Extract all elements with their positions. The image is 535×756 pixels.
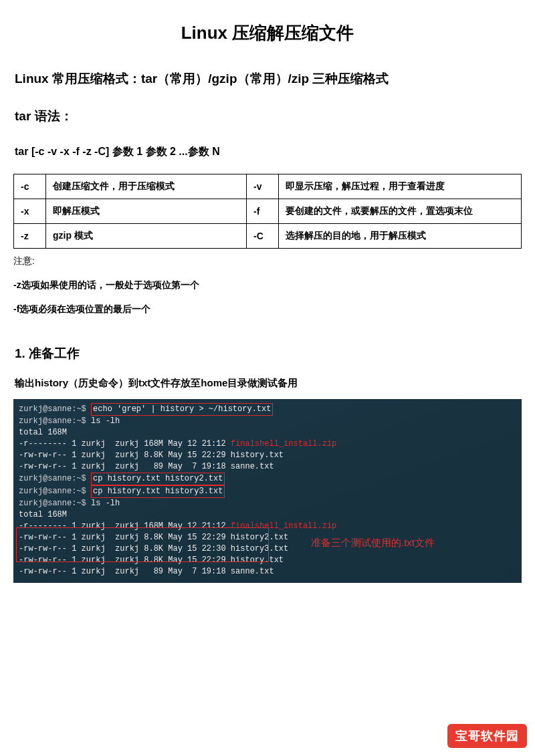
terminal-line: zurkj@sanne:~$ ls -lh [19, 416, 516, 427]
table-row: -c 创建压缩文件，用于压缩模式 -v 即显示压缩，解压过程，用于查看进度 [14, 174, 522, 199]
terminal-line: zurkj@sanne:~$ cp history.txt history3.t… [19, 485, 516, 498]
params-table: -c 创建压缩文件，用于压缩模式 -v 即显示压缩，解压过程，用于查看进度 -x… [13, 174, 522, 249]
step1-heading: 1. 准备工作 [15, 345, 535, 362]
terminal-line: -rw-rw-r-- 1 zurkj zurkj 89 May 7 19:18 … [19, 566, 516, 578]
desc-cell: 即解压模式 [46, 199, 247, 224]
desc-cell: 即显示压缩，解压过程，用于查看进度 [279, 174, 522, 199]
flag-cell: -C [247, 224, 279, 249]
terminal-line: total 168M [19, 427, 516, 438]
cmd-highlight: cp history.txt history2.txt [91, 473, 225, 485]
cmd-highlight: echo 'grep' | history > ~/history.txt [91, 403, 273, 416]
terminal-line: total 168M [19, 509, 516, 521]
flag-cell: -f [247, 199, 279, 224]
result-highlight-box [16, 527, 269, 562]
flag-cell: -v [247, 174, 279, 199]
desc-cell: 创建压缩文件，用于压缩模式 [46, 174, 247, 199]
tar-syntax: tar [-c -v -x -f -z -C] 参数 1 参数 2 ...参数 … [15, 145, 535, 159]
flag-cell: -c [14, 174, 46, 199]
table-row: -z gzip 模式 -C 选择解压的目的地，用于解压模式 [14, 224, 522, 249]
tar-heading: tar 语法： [15, 108, 535, 125]
flag-cell: -x [14, 199, 46, 224]
note-line: -z选项如果使用的话，一般处于选项位第一个 [13, 279, 535, 291]
table-row: -x 即解压模式 -f 要创建的文件，或要解压的文件，置选项末位 [14, 199, 522, 224]
terminal-annotation: 准备三个测试使用的.txt文件 [311, 537, 435, 548]
desc-cell: 选择解压的目的地，用于解压模式 [279, 224, 522, 249]
formats-heading: Linux 常用压缩格式：tar（常用）/gzip（常用）/zip 三种压缩格式 [15, 70, 535, 88]
cmd-highlight: cp history.txt history3.txt [91, 485, 225, 498]
desc-cell: 要创建的文件，或要解压的文件，置选项末位 [279, 199, 522, 224]
note-line: -f选项必须在选项位置的最后一个 [13, 303, 535, 316]
watermark-badge: 宝哥软件园 [447, 724, 527, 748]
terminal-line: zurkj@sanne:~$ ls -lh [19, 498, 516, 509]
terminal-line: -r-------- 1 zurkj zurkj 168M May 12 21:… [19, 438, 516, 450]
desc-cell: gzip 模式 [46, 224, 247, 249]
terminal-line: -rw-rw-r-- 1 zurkj zurkj 8.8K May 15 22:… [19, 450, 516, 461]
terminal-line: -rw-rw-r-- 1 zurkj zurkj 89 May 7 19:18 … [19, 461, 516, 473]
step1-desc: 输出history（历史命令）到txt文件存放至home目录做测试备用 [15, 377, 535, 390]
terminal-line: zurkj@sanne:~$ echo 'grep' | history > ~… [19, 403, 516, 416]
page-title: Linux 压缩解压缩文件 [0, 21, 535, 45]
terminal-line: zurkj@sanne:~$ cp history.txt history2.t… [19, 473, 516, 485]
terminal-screenshot: zurkj@sanne:~$ echo 'grep' | history > ~… [13, 399, 522, 583]
flag-cell: -z [14, 224, 46, 249]
note-label: 注意: [13, 255, 535, 267]
